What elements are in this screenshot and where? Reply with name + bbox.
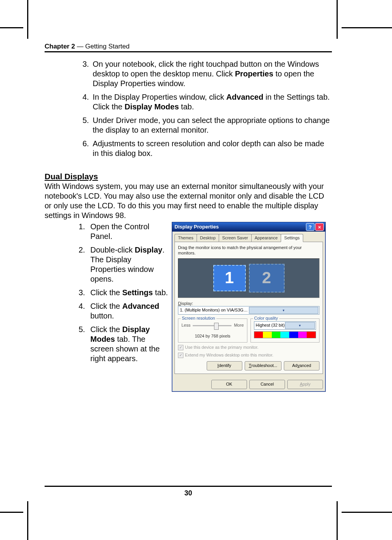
list-item: Under Driver mode, you can select the ap… [91,116,332,135]
display-properties-dialog: Display Properties ? × Themes Desktop Sc… [172,222,326,392]
color-quality-group: Color quality Highest (32 bit) [250,318,320,343]
color-quality-select[interactable]: Highest (32 bit) [254,321,316,330]
resolution-value: 1024 by 768 pixels [181,334,244,339]
running-head: Chapter 2 — Getting Started [45,43,332,51]
help-icon[interactable]: ? [306,223,314,231]
tab-strip: Themes Desktop Screen Saver Appearance S… [172,232,325,242]
drag-instruction: Drag the monitor icons to match the phys… [178,245,319,256]
tab-themes[interactable]: Themes [174,234,197,242]
slider-thumb-icon[interactable] [214,323,219,330]
troubleshoot-button[interactable]: Troubleshoot... [245,361,281,370]
tab-panel: Drag the monitor icons to match the phys… [174,242,323,374]
chapter-label: Chapter 2 [45,43,75,50]
chapter-title: — Getting Started [75,43,130,50]
identify-button[interactable]: Identify [207,361,242,370]
list-item: Click the Advanced button. [87,301,169,321]
advanced-button[interactable]: Advanced [284,361,319,370]
display-select[interactable]: 1. (Multiple Monitors) on VIA/S3G UniChr… [178,306,319,315]
tab-screensaver[interactable]: Screen Saver [219,234,252,242]
monitor-arrangement[interactable]: 1 2 [178,258,319,298]
list-item: Adjustments to screen resolution and col… [91,139,332,158]
dialog-title: Display Properties [174,224,305,230]
list-item: Open the Control Panel. [87,222,169,241]
close-icon[interactable]: × [315,223,324,231]
monitor-2-icon[interactable]: 2 [249,264,285,292]
list-item: In the Display Properties window, click … [91,92,332,112]
dialog-titlebar[interactable]: Display Properties ? × [172,222,325,232]
list-item: Click the Display Modes tab. The screen … [87,325,169,363]
section-heading: Dual Displays [45,171,332,182]
list-item: Click the Settings tab. [87,288,169,298]
page-number: 30 [45,489,332,497]
apply-button: Apply [287,380,323,389]
instruction-list-b: Open the Control Panel. Double-click Dis… [87,222,169,363]
primary-monitor-checkbox: ✓ Use this device as the primary monitor… [178,345,319,350]
resolution-slider[interactable] [193,325,231,326]
color-preview-bar [254,331,316,338]
slider-less-label: Less [181,323,190,328]
section-intro: With Windows system, you may use an exte… [45,182,332,220]
header-rule [45,51,332,52]
extend-desktop-checkbox: ✓ Extend my Windows desktop onto this mo… [178,353,319,358]
list-item: On your notebook, click the right touchp… [91,59,332,88]
screen-resolution-group: Screen resolution Less More 1024 by 768 … [178,318,247,343]
tab-settings[interactable]: Settings [281,234,303,242]
monitor-1-icon[interactable]: 1 [213,265,246,291]
display-select-value: 1. (Multiple Monitors) on VIA/S3G UniChr… [180,308,249,313]
cancel-button[interactable]: Cancel [249,380,285,389]
checkbox-icon: ✓ [178,353,183,358]
display-label: Display: [178,301,319,306]
chevron-down-icon[interactable] [285,322,315,329]
tab-appearance[interactable]: Appearance [251,234,281,242]
instruction-list-a: On your notebook, click the right touchp… [91,59,332,158]
slider-more-label: More [234,323,243,328]
checkbox-icon: ✓ [178,345,183,350]
tab-desktop[interactable]: Desktop [197,234,219,242]
color-quality-value: Highest (32 bit) [256,323,285,328]
footer-rule [45,486,332,487]
chevron-down-icon[interactable] [249,307,319,314]
list-item: Double-click Display. The Display Proper… [87,245,169,284]
ok-button[interactable]: OK [211,380,247,389]
